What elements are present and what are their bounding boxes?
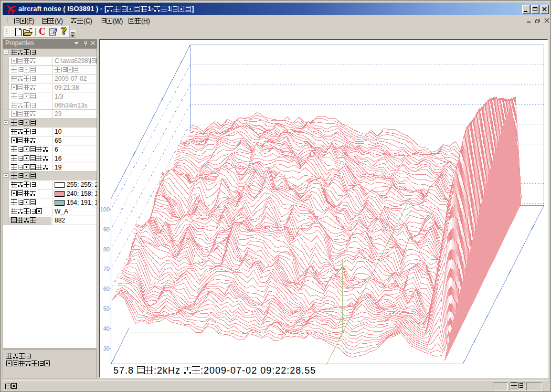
svg-text:100: 100 xyxy=(100,206,110,213)
svg-text:80: 80 xyxy=(103,246,110,252)
svg-text:90: 90 xyxy=(103,226,110,232)
svg-text:30: 30 xyxy=(103,345,110,352)
svg-text:60: 60 xyxy=(103,285,110,292)
svg-text:50: 50 xyxy=(103,305,110,312)
svg-text:40: 40 xyxy=(103,325,110,332)
svg-text:70: 70 xyxy=(103,266,110,272)
